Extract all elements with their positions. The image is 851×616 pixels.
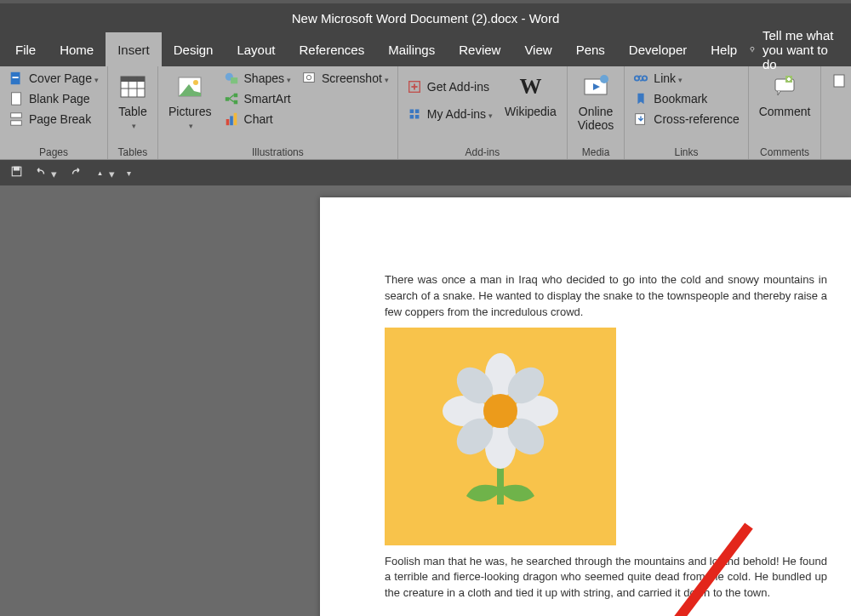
lightbulb-icon <box>749 43 756 56</box>
wikipedia-icon: W <box>516 72 545 101</box>
get-addins-button[interactable]: Get Add-ins <box>403 77 496 96</box>
link-button[interactable]: Link <box>630 69 742 88</box>
shapes-button[interactable]: Shapes <box>220 69 294 88</box>
svg-rect-19 <box>226 119 229 125</box>
group-links: Link Bookmark Cross-reference Links <box>625 66 748 159</box>
save-button[interactable] <box>10 165 23 180</box>
svg-rect-17 <box>233 94 237 98</box>
group-media-label: Media <box>573 145 620 159</box>
comment-icon <box>770 72 799 101</box>
comment-button[interactable]: Comment <box>754 69 816 122</box>
my-addins-icon <box>407 106 422 122</box>
page-break-icon <box>9 111 24 127</box>
tab-review[interactable]: Review <box>447 32 512 66</box>
bookmark-icon <box>633 91 648 106</box>
online-videos-icon <box>581 72 610 101</box>
svg-point-13 <box>193 80 198 85</box>
shapes-icon <box>224 71 239 86</box>
svg-rect-39 <box>14 167 20 170</box>
qat-customize[interactable]: ▾ <box>127 168 131 178</box>
group-pages-label: Pages <box>5 145 102 159</box>
group-illustrations: Pictures Shapes SmartArt Chart <box>158 66 398 159</box>
document-title: New Microsoft Word Document (2).docx - W… <box>292 11 560 26</box>
tab-pens[interactable]: Pens <box>564 32 617 66</box>
svg-point-49 <box>483 394 517 428</box>
svg-point-29 <box>600 75 608 83</box>
partial-icon <box>831 72 847 88</box>
partial-button[interactable] <box>826 69 851 91</box>
tab-help[interactable]: Help <box>699 32 749 66</box>
screenshot-icon <box>301 71 317 86</box>
table-icon <box>118 72 147 101</box>
svg-point-0 <box>751 47 754 50</box>
menubar: File Home Insert Design Layout Reference… <box>0 32 851 66</box>
tab-references[interactable]: References <box>287 32 376 66</box>
svg-rect-15 <box>231 77 237 83</box>
pictures-button[interactable]: Pictures <box>163 69 217 134</box>
cross-reference-icon <box>633 111 648 127</box>
quick-access-toolbar: ▾ ▾ ▾ <box>0 160 851 185</box>
online-videos-button[interactable]: Online Videos <box>573 69 620 135</box>
touch-mode-button[interactable]: ▾ <box>94 165 116 180</box>
tell-me[interactable]: Tell me what you want to do <box>749 32 848 66</box>
group-illustrations-label: Illustrations <box>163 145 392 159</box>
svg-rect-37 <box>834 75 844 87</box>
tab-view[interactable]: View <box>512 32 563 66</box>
smartart-icon <box>224 91 239 106</box>
flower-icon <box>432 343 568 530</box>
group-tables-label: Tables <box>113 145 152 159</box>
group-comments: Comment Comments <box>749 66 822 159</box>
group-addins: Get Add-ins My Add-ins W Wikipedia Add-i… <box>398 66 568 159</box>
svg-rect-4 <box>11 113 22 117</box>
svg-rect-20 <box>230 116 233 125</box>
svg-rect-5 <box>11 121 22 125</box>
cover-page-icon <box>9 71 24 86</box>
blank-page-button[interactable]: Blank Page <box>5 89 102 108</box>
tab-developer[interactable]: Developer <box>617 32 699 66</box>
chart-button[interactable]: Chart <box>220 110 294 128</box>
group-pages: Cover Page Blank Page Page Break Pages <box>0 66 108 159</box>
svg-rect-7 <box>121 77 145 82</box>
link-icon <box>633 71 648 86</box>
page-break-button[interactable]: Page Break <box>5 110 102 128</box>
screenshot-button[interactable]: Screenshot <box>298 69 392 88</box>
svg-point-30 <box>635 76 639 80</box>
workspace: There was once a man in Iraq who decided… <box>0 185 851 616</box>
svg-rect-3 <box>12 93 21 105</box>
bookmark-button[interactable]: Bookmark <box>630 89 742 108</box>
pictures-icon <box>175 72 204 101</box>
ribbon: Cover Page Blank Page Page Break Pages T… <box>0 66 851 160</box>
my-addins-button[interactable]: My Add-ins <box>403 105 496 123</box>
group-comments-label: Comments <box>754 145 816 159</box>
inserted-image[interactable] <box>385 328 616 545</box>
undo-button[interactable]: ▾ <box>35 165 57 180</box>
tab-home[interactable]: Home <box>48 32 106 66</box>
group-tables: Table Tables <box>108 66 158 159</box>
svg-rect-16 <box>225 97 229 101</box>
get-addins-icon <box>407 79 422 94</box>
wikipedia-button[interactable]: W Wikipedia <box>500 69 562 122</box>
svg-rect-2 <box>13 77 19 78</box>
svg-rect-18 <box>233 100 237 105</box>
tab-mailings[interactable]: Mailings <box>376 32 447 66</box>
smartart-button[interactable]: SmartArt <box>220 89 294 108</box>
tab-insert[interactable]: Insert <box>106 32 162 66</box>
chart-icon <box>224 111 239 127</box>
tab-layout[interactable]: Layout <box>225 32 287 66</box>
redo-button[interactable] <box>69 165 82 180</box>
group-partial <box>821 66 851 159</box>
tab-design[interactable]: Design <box>162 32 226 66</box>
tell-me-label: Tell me what you want to do <box>762 28 841 71</box>
cover-page-button[interactable]: Cover Page <box>5 69 102 88</box>
paragraph-1[interactable]: There was once a man in Iraq who decided… <box>385 272 827 321</box>
document-page[interactable]: There was once a man in Iraq who decided… <box>320 197 851 616</box>
svg-rect-22 <box>304 73 315 83</box>
table-button[interactable]: Table <box>113 69 152 134</box>
paragraph-2[interactable]: Foolish man that he was, he searched thr… <box>385 554 827 602</box>
group-links-label: Links <box>630 145 742 159</box>
svg-rect-21 <box>233 113 237 125</box>
group-addins-label: Add-ins <box>403 145 562 159</box>
svg-point-31 <box>643 76 647 80</box>
cross-reference-button[interactable]: Cross-reference <box>630 110 742 128</box>
tab-file[interactable]: File <box>3 32 48 66</box>
